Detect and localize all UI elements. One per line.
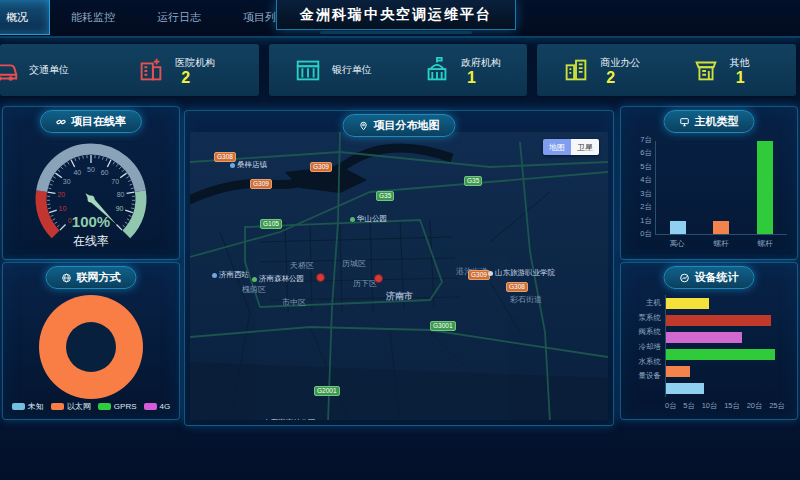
panel-title: 项目在线率 — [71, 114, 126, 129]
poi-text: 桑梓店镇 — [237, 160, 267, 170]
legend-swatch — [12, 403, 25, 410]
svg-text:30: 30 — [63, 178, 71, 185]
panel-project-map: 项目分布地图 — [184, 110, 614, 426]
map-pin-icon — [359, 121, 369, 131]
district-label: 彩石街道 — [510, 294, 542, 305]
legend-swatch — [98, 403, 111, 410]
nav-tab-2[interactable]: 能耗监控 — [50, 0, 136, 34]
map-button-地图[interactable]: 地图 — [543, 139, 571, 155]
district-label: 历城区 — [342, 258, 366, 269]
monitor-icon — [680, 117, 690, 127]
host-type-bar-chart: 0台1台2台3台4台5台6台7台离心螺杆螺杆 — [629, 133, 791, 251]
district-label: 槐荫区 — [242, 284, 266, 295]
bar-离心 — [670, 221, 686, 234]
stat-value: 2 — [175, 70, 215, 85]
svg-text:70: 70 — [111, 178, 119, 185]
stat-item: 交通单位 — [0, 44, 112, 96]
road-badge: G3001 — [430, 321, 456, 331]
poi-label: 济南森林公园 — [252, 274, 304, 284]
map-type-switch: 地图卫星 — [543, 139, 599, 155]
stat-texts: 政府机构1 — [461, 56, 501, 85]
poi-text: 华山公园 — [357, 214, 387, 224]
poi-dot — [350, 217, 355, 222]
road-badge: G308 — [506, 282, 528, 292]
hospital-icon — [136, 55, 166, 85]
bar-量设备 — [666, 383, 704, 394]
legend-item-4G[interactable]: 4G — [144, 401, 171, 412]
y-category-label: 冷却塔 — [627, 342, 661, 352]
panel-network-header: 联网方式 — [46, 266, 137, 289]
stat-value: 1 — [461, 70, 501, 85]
legend-item-以太网[interactable]: 以太网 — [51, 401, 91, 412]
project-marker[interactable] — [374, 274, 383, 283]
bar-冷却塔 — [666, 349, 775, 360]
x-tick-label: 离心 — [670, 239, 685, 249]
y-category-label: 量设备 — [627, 371, 661, 381]
y-tick-label: 2台 — [629, 202, 652, 212]
x-tick-label: 15台 — [724, 401, 740, 411]
poi-label: 桑梓店镇 — [230, 160, 267, 170]
legend-item-未知[interactable]: 未知 — [12, 401, 44, 412]
bar-主机 — [666, 298, 709, 309]
y-category-label: 主机 — [627, 298, 661, 308]
y-tick-label: 0台 — [629, 229, 652, 239]
x-tick-label: 0台 — [665, 401, 677, 411]
page-title: 金洲科瑞中央空调运维平台 — [276, 0, 516, 30]
x-tick-label: 10台 — [702, 401, 718, 411]
panel-title: 项目分布地图 — [374, 118, 440, 133]
poi-label: 华山公园 — [350, 214, 387, 224]
bar-泵系统 — [666, 315, 771, 326]
svg-text:80: 80 — [117, 191, 125, 198]
map-button-卫星[interactable]: 卫星 — [571, 139, 599, 155]
stat-texts: 交通单位 — [29, 63, 69, 77]
poi-label: 山东旅游职业学院 — [488, 268, 555, 278]
map-canvas[interactable]: 地图卫星 G308G309G309G35G35G105G309G308G3001… — [190, 132, 608, 420]
stat-value: 2 — [600, 70, 640, 85]
road-badge: G2001 — [314, 386, 340, 396]
road-badge: G309 — [468, 270, 490, 280]
bar-螺杆 — [713, 221, 729, 234]
stat-texts: 医院机构2 — [175, 56, 215, 85]
stat-label: 其他 — [730, 56, 750, 70]
poi-text: 山东旅游职业学院 — [495, 268, 555, 278]
x-tick-label: 20台 — [747, 401, 763, 411]
x-tick-label: 25台 — [769, 401, 785, 411]
svg-text:60: 60 — [101, 169, 109, 176]
government-icon — [422, 55, 452, 85]
district-label: 济南市 — [386, 290, 413, 303]
poi-dot — [230, 163, 235, 168]
dashboard: 概况能耗监控运行日志项目列表视频监控 金洲科瑞中央空调运维平台 交通单位医院机构… — [0, 0, 800, 480]
stat-card-3: 商业办公2其他1 — [537, 44, 796, 96]
y-category-label: 阀系统 — [627, 327, 661, 337]
poi-label: 济南西站 — [212, 270, 249, 280]
poi-dot — [252, 277, 257, 282]
svg-text:50: 50 — [87, 166, 95, 173]
nav-tab-3[interactable]: 运行日志 — [136, 0, 222, 34]
stat-label: 政府机构 — [461, 56, 501, 70]
x-tick-row: 离心螺杆螺杆 — [655, 239, 787, 249]
device-stats-bar-chart: 主机泵系统阀系统冷却塔水系统量设备0台5台10台15台20台25台 — [627, 291, 789, 413]
y-tick-label: 6台 — [629, 148, 652, 158]
stat-label: 医院机构 — [175, 56, 215, 70]
poi-label: 大石崮森林公园 — [256, 418, 316, 420]
shop-icon — [691, 55, 721, 85]
y-category-label: 水系统 — [627, 357, 661, 367]
stat-label: 商业办公 — [600, 56, 640, 70]
project-marker[interactable] — [316, 273, 325, 282]
road-badge: G105 — [260, 219, 282, 229]
legend-item-GPRS[interactable]: GPRS — [98, 401, 137, 412]
stat-texts: 商业办公2 — [600, 56, 640, 85]
stat-item: 银行单位 — [269, 44, 398, 96]
poi-text: 大石崮森林公园 — [263, 418, 316, 420]
panel-title: 联网方式 — [77, 270, 121, 285]
legend-swatch — [51, 403, 64, 410]
x-tick-label: 螺杆 — [714, 239, 729, 249]
svg-text:10: 10 — [59, 205, 67, 212]
panel-device-stats: 设备统计 主机泵系统阀系统冷却塔水系统量设备0台5台10台15台20台25台 — [620, 262, 798, 420]
panel-online-rate-header: 项目在线率 — [40, 110, 142, 133]
x-tick-label: 螺杆 — [758, 239, 773, 249]
top-nav-bar: 概况能耗监控运行日志项目列表视频监控 金洲科瑞中央空调运维平台 — [0, 0, 800, 38]
nav-tab-1[interactable]: 概况 — [0, 0, 50, 35]
bar-水系统 — [666, 366, 690, 377]
panel-host-header: 主机类型 — [664, 110, 755, 133]
